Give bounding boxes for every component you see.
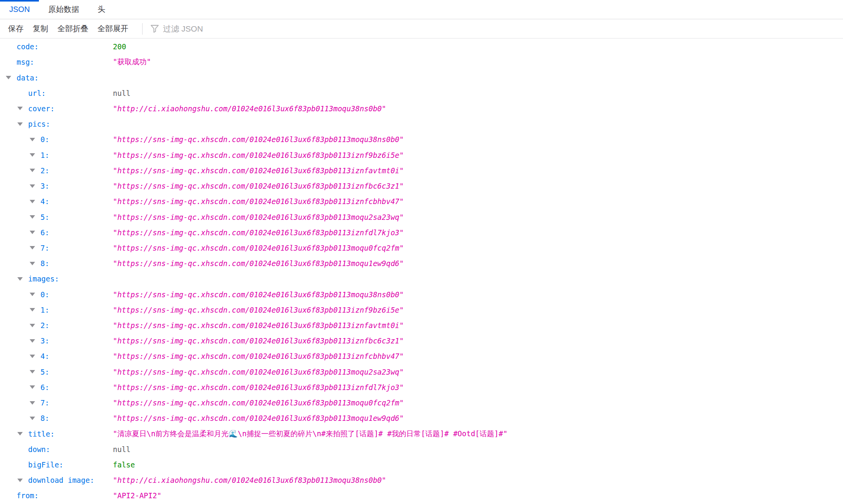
json-key: cover: [28,104,55,113]
expand-all-button[interactable]: 全部展开 [97,23,128,34]
expand-arrow-icon[interactable] [30,370,40,373]
json-value: false [113,460,135,469]
json-value: 200 [113,42,126,51]
json-key: 3: [40,337,49,345]
expand-arrow-icon[interactable] [17,122,28,126]
expand-arrow-icon[interactable] [30,324,40,327]
json-value[interactable]: "https://sns-img-qc.xhscdn.com/01024e016… [113,290,404,299]
toolbar-separator [142,23,143,35]
json-value[interactable]: "https://sns-img-qc.xhscdn.com/01024e016… [113,135,404,144]
json-value[interactable]: "https://sns-img-qc.xhscdn.com/01024e016… [113,352,404,360]
json-key: 8: [40,414,49,422]
json-key-cell: down: [0,445,113,454]
json-row: download_image: "http://ci.xiaohongshu.c… [0,472,843,488]
save-button[interactable]: 保存 [8,23,24,34]
json-row: bigFile: false [0,457,843,472]
json-value[interactable]: "https://sns-img-qc.xhscdn.com/01024e016… [113,182,404,190]
tab-raw-data[interactable]: 原始数据 [39,0,88,19]
collapse-all-button[interactable]: 全部折叠 [57,23,88,34]
expand-arrow-icon[interactable] [30,385,40,389]
expand-arrow-icon[interactable] [30,262,40,265]
expand-arrow-icon[interactable] [30,401,40,405]
json-key-cell: 0: [0,135,113,144]
json-value[interactable]: "https://sns-img-qc.xhscdn.com/01024e016… [113,197,404,206]
filter-box [150,24,325,33]
expand-arrow-icon[interactable] [30,215,40,219]
json-key-cell: title: [0,430,113,438]
json-value[interactable]: "https://sns-img-qc.xhscdn.com/01024e016… [113,383,404,392]
json-key: msg: [17,58,34,66]
json-key: 2: [40,166,49,175]
json-value[interactable]: "https://sns-img-qc.xhscdn.com/01024e016… [113,166,404,175]
json-key-cell: 2: [0,166,113,175]
expand-arrow-icon[interactable] [30,169,40,172]
json-key: 1: [40,306,49,314]
expand-arrow-icon[interactable] [30,184,40,188]
json-value: "获取成功" [113,57,151,67]
json-row: 3: "https://sns-img-qc.xhscdn.com/01024e… [0,333,843,348]
tab-raw-data-label: 原始数据 [48,4,79,15]
expand-arrow-icon[interactable] [30,293,40,296]
json-row: pics: [0,116,843,132]
tab-headers-label: 头 [97,4,105,15]
json-key-cell: 5: [0,368,113,376]
tab-bar: JSON 原始数据 头 [0,0,843,19]
expand-arrow-icon[interactable] [17,107,28,110]
json-row: from: "API2-API2" [0,488,843,503]
json-key: 8: [40,259,49,268]
json-key-cell: 4: [0,352,113,360]
json-value[interactable]: "http://ci.xiaohongshu.com/01024e016l3ux… [113,476,386,484]
json-value[interactable]: "https://sns-img-qc.xhscdn.com/01024e016… [113,213,404,221]
expand-arrow-icon[interactable] [30,231,40,234]
expand-arrow-icon[interactable] [17,277,28,281]
json-tree: code: 200 msg: "获取成功" data: url: null co… [0,39,843,504]
json-key-cell: download_image: [0,476,113,484]
expand-arrow-icon[interactable] [30,339,40,343]
json-key: url: [28,89,46,97]
json-key-cell: 8: [0,414,113,422]
json-key: 4: [40,352,49,360]
json-row: url: null [0,85,843,101]
toolbar: 保存 复制 全部折叠 全部展开 [0,19,843,39]
json-value: "API2-API2" [113,491,161,500]
json-value[interactable]: "https://sns-img-qc.xhscdn.com/01024e016… [113,228,404,237]
json-value[interactable]: "https://sns-img-qc.xhscdn.com/01024e016… [113,337,404,345]
expand-arrow-icon[interactable] [17,479,28,482]
expand-arrow-icon[interactable] [30,200,40,203]
json-value[interactable]: "https://sns-img-qc.xhscdn.com/01024e016… [113,414,404,422]
filter-input[interactable] [163,24,325,33]
json-key: from: [17,491,39,500]
expand-arrow-icon[interactable] [30,417,40,420]
json-row: 8: "https://sns-img-qc.xhscdn.com/01024e… [0,410,843,426]
json-row: title: "清凉夏日\n前方终会是温柔和月光🌊\n捕捉一些初夏的碎片\n#来… [0,426,843,441]
json-key: images: [28,275,59,283]
copy-button[interactable]: 复制 [33,23,48,34]
json-value[interactable]: "http://ci.xiaohongshu.com/01024e016l3ux… [113,104,386,113]
expand-arrow-icon[interactable] [30,355,40,358]
json-value[interactable]: "https://sns-img-qc.xhscdn.com/01024e016… [113,259,404,268]
json-key: code: [17,42,39,51]
json-value[interactable]: "https://sns-img-qc.xhscdn.com/01024e016… [113,321,404,330]
expand-arrow-icon[interactable] [17,432,28,435]
json-row: msg: "获取成功" [0,54,843,70]
json-key: title: [28,430,55,438]
json-row: 4: "https://sns-img-qc.xhscdn.com/01024e… [0,348,843,364]
tab-headers[interactable]: 头 [88,0,114,19]
expand-arrow-icon[interactable] [6,76,17,79]
json-value[interactable]: "https://sns-img-qc.xhscdn.com/01024e016… [113,368,404,376]
json-value[interactable]: "https://sns-img-qc.xhscdn.com/01024e016… [113,399,404,407]
expand-arrow-icon[interactable] [30,138,40,141]
json-key: pics: [28,120,50,128]
expand-arrow-icon[interactable] [30,308,40,311]
expand-arrow-icon[interactable] [30,246,40,249]
json-key-cell: bigFile: [0,460,113,469]
json-row: 2: "https://sns-img-qc.xhscdn.com/01024e… [0,318,843,333]
json-key: 7: [40,399,49,407]
tab-json[interactable]: JSON [0,0,39,19]
expand-arrow-icon[interactable] [30,153,40,157]
json-value[interactable]: "https://sns-img-qc.xhscdn.com/01024e016… [113,244,404,252]
json-value[interactable]: "https://sns-img-qc.xhscdn.com/01024e016… [113,306,404,314]
json-value[interactable]: "https://sns-img-qc.xhscdn.com/01024e016… [113,151,404,159]
json-key: 6: [40,228,49,237]
json-key: 0: [40,290,49,299]
